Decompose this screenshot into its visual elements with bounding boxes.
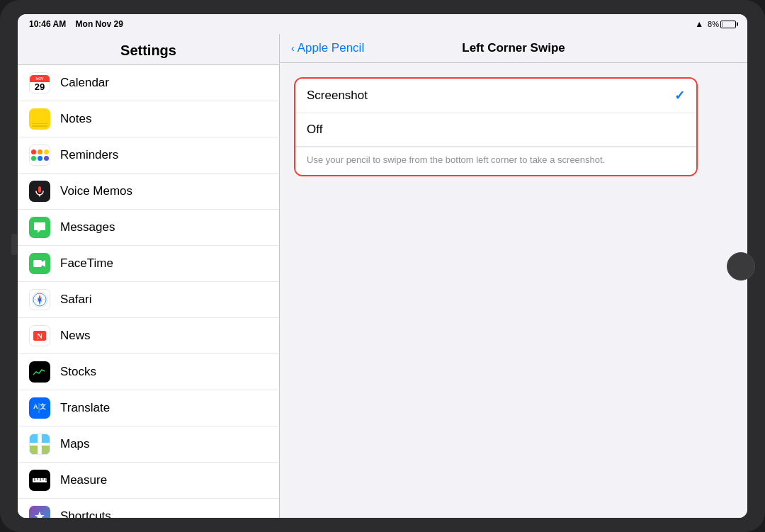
option-screenshot[interactable]: Screenshot ✓ <box>295 79 696 113</box>
option-hint: Use your pencil to swipe from the bottom… <box>295 147 696 175</box>
sidebar-item-reminders[interactable]: Reminders <box>18 137 279 174</box>
voice-memos-label: Voice Memos <box>60 184 132 198</box>
reminders-label: Reminders <box>60 148 118 162</box>
sidebar-item-news[interactable]: N News <box>18 318 279 354</box>
sidebar-item-maps[interactable]: Maps <box>18 426 279 463</box>
sidebar-item-translate[interactable]: A 文 Translate <box>18 390 279 426</box>
calendar-label: Calendar <box>60 76 109 90</box>
stocks-label: Stocks <box>60 365 96 379</box>
back-button[interactable]: ‹ Apple Pencil <box>291 41 364 55</box>
sidebar-item-calendar[interactable]: NOV 29 Calendar <box>18 65 279 101</box>
sidebar-list: NOV 29 Calendar Notes <box>18 65 279 518</box>
option-off[interactable]: Off <box>295 113 696 147</box>
measure-label: Measure <box>60 473 107 487</box>
measure-icon <box>29 470 50 491</box>
screen: 10:46 AM Mon Nov 29 ▲ 8% Settings <box>18 14 747 518</box>
svg-text:文: 文 <box>40 403 46 410</box>
messages-icon <box>29 217 50 238</box>
svg-rect-0 <box>38 186 41 193</box>
battery-container: 8% <box>708 20 736 28</box>
sidebar-item-facetime[interactable]: FaceTime <box>18 246 279 282</box>
safari-icon <box>29 289 50 310</box>
shortcuts-icon <box>29 506 50 518</box>
notes-icon <box>29 108 50 130</box>
sidebar-item-safari[interactable]: Safari <box>18 282 279 318</box>
detail-content: Screenshot ✓ Off Use your pencil to swip… <box>280 63 747 518</box>
sidebar-item-stocks[interactable]: Stocks <box>18 354 279 390</box>
sidebar-item-messages[interactable]: Messages <box>18 210 279 246</box>
battery-icon <box>720 21 736 28</box>
side-button <box>11 234 17 255</box>
notes-label: Notes <box>60 112 91 126</box>
option-hint-text: Use your pencil to swipe from the bottom… <box>307 154 605 165</box>
detail-panel: ‹ Apple Pencil Left Corner Swipe Screens… <box>280 34 747 518</box>
news-label: News <box>60 329 91 343</box>
sidebar: Settings NOV 29 Calendar <box>18 34 280 518</box>
date-text: Mon Nov 29 <box>76 19 123 29</box>
battery-fill <box>722 22 722 27</box>
back-chevron-icon: ‹ <box>291 43 295 54</box>
detail-title: Left Corner Swipe <box>462 41 565 55</box>
voice-memos-icon <box>29 181 50 202</box>
wifi-icon: ▲ <box>695 19 703 29</box>
checkmark-icon: ✓ <box>674 88 685 103</box>
option-off-label: Off <box>307 123 322 137</box>
option-screenshot-label: Screenshot <box>307 89 368 103</box>
home-button[interactable] <box>727 252 755 281</box>
svg-rect-17 <box>30 443 50 446</box>
ipad-frame: 10:46 AM Mon Nov 29 ▲ 8% Settings <box>0 0 765 532</box>
facetime-icon <box>29 253 50 274</box>
messages-label: Messages <box>60 220 115 234</box>
sidebar-item-shortcuts[interactable]: Shortcuts <box>18 499 279 518</box>
facetime-label: FaceTime <box>60 256 113 271</box>
translate-label: Translate <box>60 401 110 415</box>
shortcuts-label: Shortcuts <box>60 509 111 518</box>
sidebar-title: Settings <box>32 43 265 59</box>
svg-text:A: A <box>33 403 38 410</box>
back-label: Apple Pencil <box>298 41 365 55</box>
main-content: Settings NOV 29 Calendar <box>18 34 747 518</box>
sidebar-item-notes[interactable]: Notes <box>18 101 279 137</box>
svg-text:N: N <box>37 332 42 340</box>
time-text: 10:46 AM <box>29 19 66 29</box>
safari-label: Safari <box>60 293 91 307</box>
status-right: ▲ 8% <box>695 19 736 29</box>
svg-rect-2 <box>33 260 42 267</box>
sidebar-item-voice-memos[interactable]: Voice Memos <box>18 174 279 210</box>
sidebar-header: Settings <box>18 34 279 65</box>
status-bar: 10:46 AM Mon Nov 29 ▲ 8% <box>18 14 747 34</box>
translate-icon: A 文 <box>29 397 50 419</box>
maps-label: Maps <box>60 437 90 451</box>
status-time: 10:46 AM Mon Nov 29 <box>29 19 123 29</box>
options-container: Screenshot ✓ Off Use your pencil to swip… <box>294 77 698 176</box>
sidebar-item-measure[interactable]: Measure <box>18 463 279 499</box>
calendar-icon: NOV 29 <box>29 72 50 94</box>
battery-percent: 8% <box>708 20 719 28</box>
maps-icon <box>29 434 50 455</box>
stocks-icon <box>29 361 50 383</box>
reminders-icon <box>29 145 50 166</box>
detail-header: ‹ Apple Pencil Left Corner Swipe <box>280 34 747 63</box>
news-icon: N <box>29 325 50 346</box>
